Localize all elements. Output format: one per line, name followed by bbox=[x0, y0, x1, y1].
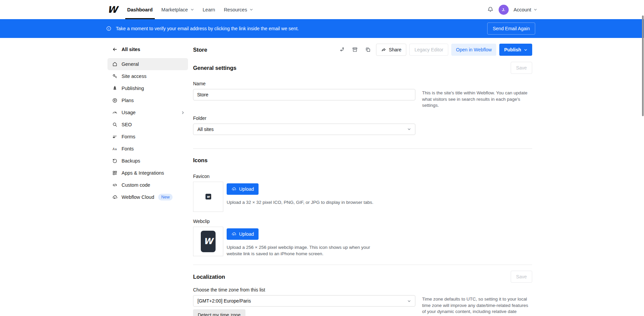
webflow-logo-icon[interactable]: W bbox=[107, 5, 118, 14]
sidebar-item-custom-code[interactable]: Custom code bbox=[107, 179, 188, 191]
folder-value: All sites bbox=[197, 127, 214, 132]
account-menu[interactable]: Account bbox=[514, 7, 537, 12]
save-button[interactable]: Save bbox=[511, 271, 532, 283]
send-email-again-button[interactable]: Send Email Again bbox=[487, 22, 535, 35]
sidebar-item-label: Backups bbox=[122, 158, 185, 164]
webclip-label: Webclip bbox=[193, 219, 532, 224]
verify-email-banner: Take a moment to verify your email addre… bbox=[0, 19, 644, 38]
open-in-webflow-button[interactable]: Open in Webflow bbox=[451, 44, 496, 56]
chevron-down-icon bbox=[534, 8, 537, 11]
sidebar-item-site-access[interactable]: Site access bbox=[107, 70, 188, 82]
cloud-icon bbox=[112, 194, 118, 200]
upgrade-circle-icon bbox=[112, 98, 118, 103]
nav-tab-label: Marketplace bbox=[162, 7, 188, 12]
favicon-preview: w bbox=[193, 182, 223, 212]
gauge-icon bbox=[112, 110, 118, 115]
save-button[interactable]: Save bbox=[511, 62, 532, 74]
sidebar-item-backups[interactable]: Backups bbox=[107, 155, 188, 167]
chevron-down-icon bbox=[249, 8, 253, 11]
arrow-left-icon bbox=[112, 47, 118, 52]
nav-tab-label: Resources bbox=[224, 7, 247, 12]
webclip-upload-block: W Upload Upload a 256 × 256 pixel webcli… bbox=[193, 227, 532, 257]
sidebar-item-fonts[interactable]: Aa Fonts bbox=[107, 143, 188, 155]
sidebar-item-label: Site access bbox=[122, 74, 185, 79]
timezone-help-text: Time zone defaults to UTC, so setting it… bbox=[422, 295, 532, 316]
folder-select[interactable]: All sites bbox=[193, 124, 415, 135]
sidebar-item-label: Plans bbox=[122, 98, 185, 103]
upload-cloud-icon bbox=[231, 231, 236, 236]
sidebar-item-apps-integrations[interactable]: Apps & Integrations bbox=[107, 167, 188, 179]
transfer-site-icon[interactable] bbox=[337, 44, 347, 55]
legacy-editor-button[interactable]: Legacy Editor bbox=[409, 44, 448, 56]
sidebar-item-plans[interactable]: Plans bbox=[107, 94, 188, 106]
chevron-right-icon bbox=[181, 111, 185, 115]
nav-right: J. Account bbox=[487, 5, 537, 15]
publish-label: Publish bbox=[504, 47, 521, 52]
sidebar-item-label: General bbox=[122, 61, 185, 67]
back-label: All sites bbox=[122, 47, 140, 52]
nav-tab-learn[interactable]: Learn bbox=[198, 0, 220, 19]
publish-button[interactable]: Publish bbox=[499, 44, 532, 56]
content: All sites General Site access Publishing… bbox=[0, 38, 644, 316]
sidebar-item-webflow-cloud[interactable]: Webflow Cloud New bbox=[107, 191, 188, 203]
favicon-upload-block: w Upload Upload a 32 × 32 pixel ICO, PNG… bbox=[193, 182, 532, 212]
sidebar-item-label: Fonts bbox=[122, 146, 185, 151]
apps-grid-icon bbox=[112, 170, 118, 176]
nav-tab-dashboard[interactable]: Dashboard bbox=[123, 0, 157, 19]
favicon-image: w bbox=[205, 194, 211, 199]
scrollbar[interactable] bbox=[642, 15, 644, 116]
duplicate-icon[interactable] bbox=[363, 44, 373, 55]
section-title: Icons bbox=[193, 157, 208, 164]
upload-label: Upload bbox=[239, 231, 254, 237]
search-icon bbox=[112, 122, 118, 127]
detect-timezone-button[interactable]: Detect my time zone bbox=[193, 309, 245, 316]
top-nav: W Dashboard Marketplace Learn Resources … bbox=[0, 0, 644, 19]
form-lines-icon bbox=[112, 134, 118, 139]
webclip-upload-button[interactable]: Upload bbox=[227, 228, 259, 240]
site-header: Store Share Legacy Editor Open in Webflo… bbox=[193, 43, 532, 56]
back-to-all-sites[interactable]: All sites bbox=[107, 44, 188, 55]
section-title: Localization bbox=[193, 274, 225, 280]
webclip-image: W bbox=[201, 231, 216, 252]
sidebar-item-usage[interactable]: Usage bbox=[107, 106, 188, 119]
favicon-label: Favicon bbox=[193, 174, 532, 179]
main-panel: Store Share Legacy Editor Open in Webflo… bbox=[193, 38, 532, 316]
sidebar-item-label: Usage bbox=[122, 110, 177, 115]
sidebar-item-publishing[interactable]: Publishing bbox=[107, 82, 188, 94]
sidebar-item-seo[interactable]: SEO bbox=[107, 119, 188, 131]
sidebar-item-forms[interactable]: Forms bbox=[107, 131, 188, 143]
sidebar-item-label: SEO bbox=[122, 122, 185, 127]
general-settings-section-head: General settings Save bbox=[193, 61, 532, 74]
timezone-select[interactable]: [GMT+2:00] Europe/Paris bbox=[193, 295, 415, 307]
favicon-upload-button[interactable]: Upload bbox=[227, 183, 259, 195]
share-arrow-icon bbox=[381, 47, 386, 52]
chevron-down-icon bbox=[524, 48, 527, 52]
new-badge: New bbox=[158, 194, 173, 200]
notifications-bell-icon[interactable] bbox=[487, 6, 494, 13]
archive-icon[interactable] bbox=[350, 44, 360, 55]
banner-message: Take a moment to verify your email addre… bbox=[106, 26, 299, 31]
upload-cloud-icon bbox=[231, 186, 236, 191]
nav-tab-resources[interactable]: Resources bbox=[220, 0, 258, 19]
avatar[interactable]: J. bbox=[499, 5, 509, 15]
site-name-input[interactable] bbox=[193, 89, 415, 100]
header-actions: Share Legacy Editor Open in Webflow Publ… bbox=[337, 44, 532, 56]
sidebar-item-general[interactable]: General bbox=[107, 58, 188, 70]
upload-label: Upload bbox=[239, 186, 254, 192]
chevron-down-icon bbox=[407, 299, 411, 303]
svg-text:a: a bbox=[115, 147, 117, 151]
divider bbox=[193, 265, 532, 265]
sidebar-item-label: Publishing bbox=[122, 86, 185, 91]
restore-icon bbox=[112, 158, 118, 164]
svg-text:A: A bbox=[112, 147, 115, 151]
nav-tabs: Dashboard Marketplace Learn Resources bbox=[123, 0, 258, 19]
sidebar-item-label: Forms bbox=[122, 134, 185, 139]
rocket-icon bbox=[112, 86, 118, 91]
nav-tab-marketplace[interactable]: Marketplace bbox=[157, 0, 198, 19]
divider bbox=[193, 148, 532, 149]
chevron-down-icon bbox=[407, 127, 411, 131]
fonts-aa-icon: Aa bbox=[112, 146, 118, 151]
settings-sidebar: All sites General Site access Publishing… bbox=[107, 38, 188, 203]
share-button[interactable]: Share bbox=[376, 44, 406, 56]
home-icon bbox=[112, 61, 118, 67]
